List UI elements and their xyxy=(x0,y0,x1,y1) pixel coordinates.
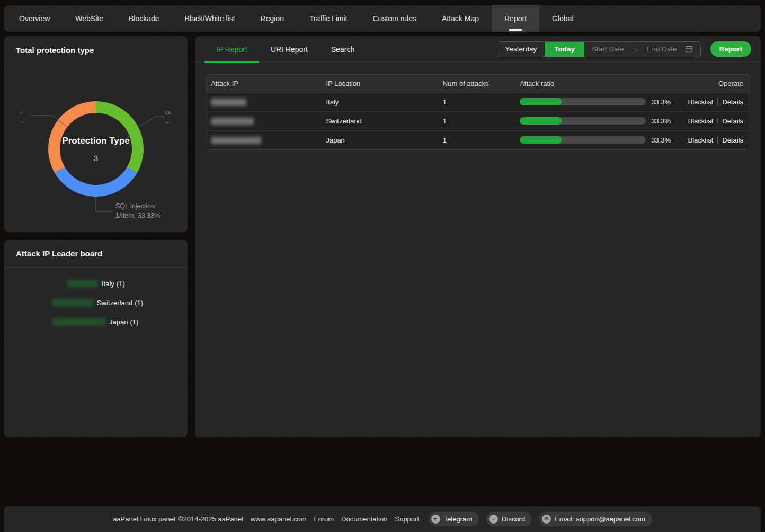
email-icon: ✉ xyxy=(542,515,551,524)
ratio-bar-track xyxy=(520,136,646,144)
start-date-placeholder[interactable]: Start Date xyxy=(592,45,624,53)
details-link[interactable]: Details xyxy=(722,117,743,125)
leaderboard-row-switzerland: Switzerland(1) xyxy=(52,298,143,307)
active-tab-indicator xyxy=(509,29,522,31)
leaderboard-country: Japan xyxy=(109,318,128,326)
footer-brand: aaPanel Linux panel xyxy=(113,515,175,523)
footer: aaPanel Linux panel ©2014-2025 aaPanel w… xyxy=(4,506,761,532)
telegram-button[interactable]: ➤ Telegram xyxy=(429,512,479,526)
nav-item-website[interactable]: WebSite xyxy=(63,5,116,32)
nav-item-blockade[interactable]: Blockade xyxy=(116,5,172,32)
tab-ip-report-label: IP Report xyxy=(216,45,247,54)
yesterday-button[interactable]: Yesterday xyxy=(497,42,545,57)
table-row: Italy 1 33.3% Blacklist xyxy=(206,92,750,111)
action-divider xyxy=(717,118,718,125)
attack-report-table: Attack IP IP Location Num of attacks Att… xyxy=(206,74,750,150)
ratio-value: 33.3% xyxy=(651,117,671,125)
leaderboard-count: (1) xyxy=(130,318,138,326)
footer-support-label: Support: xyxy=(395,515,421,523)
nav-item-overview[interactable]: Overview xyxy=(6,5,63,32)
ip-location-cell: Italy xyxy=(321,92,438,111)
table-header-row: Attack IP IP Location Num of attacks Att… xyxy=(206,75,750,92)
action-divider xyxy=(717,137,718,144)
date-range-group: Yesterday Today Start Date → End Date xyxy=(497,41,701,57)
tab-active-indicator xyxy=(204,61,259,63)
footer-site-link[interactable]: www.aapanel.com xyxy=(251,515,307,523)
range-arrow-icon: → xyxy=(632,45,639,53)
telegram-label: Telegram xyxy=(444,515,472,523)
col-ip-location: IP Location xyxy=(321,75,438,92)
col-attack-ratio: Attack ratio xyxy=(515,75,674,92)
date-range-picker[interactable]: Start Date → End Date xyxy=(584,45,700,53)
leaderboard-country: Switzerland xyxy=(97,299,132,307)
blurred-attack-ip xyxy=(211,118,254,125)
donut-label-left: ... ... xyxy=(19,107,24,125)
protection-card-title: Total protection type xyxy=(4,36,188,64)
col-num-attacks: Num of attacks xyxy=(438,75,515,92)
attack-ratio-cell: 33.3% xyxy=(520,117,674,125)
nav-item-report[interactable]: Report xyxy=(492,5,539,32)
leaderboard-count: (1) xyxy=(135,299,143,307)
nav-item-global[interactable]: Global xyxy=(539,5,586,32)
nav-item-black-white-list[interactable]: Black/White list xyxy=(172,5,248,32)
footer-copyright: ©2014-2025 aaPanel xyxy=(178,515,243,523)
col-operate: Operate xyxy=(674,75,750,92)
discord-icon: ⌣ xyxy=(489,515,498,524)
donut-center: Protection Type 3 xyxy=(60,113,132,185)
blurred-ip-bar xyxy=(67,280,98,288)
footer-forum-link[interactable]: Forum xyxy=(314,515,334,523)
discord-label: Discord xyxy=(502,515,525,523)
blacklist-link[interactable]: Blacklist xyxy=(688,98,714,106)
nav-item-report-label: Report xyxy=(504,14,527,23)
nav-item-traffic-limit[interactable]: Traffic Limit xyxy=(297,5,360,32)
col-attack-ip: Attack IP xyxy=(206,75,321,92)
ip-location-cell: Switzerland xyxy=(321,111,438,130)
donut-label-right-line2: ... xyxy=(165,117,171,126)
leaderboard-country: Italy xyxy=(102,280,114,288)
protection-type-donut-chart: Protection Type 3 xyxy=(48,101,144,197)
footer-documentation-link[interactable]: Documentation xyxy=(341,515,387,523)
blurred-ip-bar xyxy=(52,299,93,307)
report-button[interactable]: Report xyxy=(710,41,752,57)
leaderboard-count: (1) xyxy=(117,280,125,288)
donut-label-left-line1: ... xyxy=(19,107,24,116)
num-attacks-cell: 1 xyxy=(438,130,515,149)
details-link[interactable]: Details xyxy=(722,136,743,144)
report-panel: IP Report URI Report Search Yesterday To… xyxy=(195,36,761,437)
nav-item-attack-map[interactable]: Attack Map xyxy=(429,5,492,32)
nav-item-custom-rules[interactable]: Custom rules xyxy=(360,5,429,32)
end-date-placeholder[interactable]: End Date xyxy=(647,45,677,53)
blacklist-link[interactable]: Blacklist xyxy=(688,136,714,144)
attack-ratio-cell: 33.3% xyxy=(520,98,674,106)
email-button[interactable]: ✉ Email: support@aapanel.com xyxy=(539,512,652,526)
leaderboard-row-japan: Japan(1) xyxy=(52,317,138,326)
donut-label-sql-line2: 1/Item, 33.33% xyxy=(115,211,160,220)
ratio-bar-fill xyxy=(520,136,562,144)
blurred-attack-ip xyxy=(211,99,246,106)
today-button[interactable]: Today xyxy=(545,42,584,57)
table-row: Switzerland 1 33.3% Blacklist xyxy=(206,111,750,130)
blurred-attack-ip xyxy=(211,137,261,144)
ratio-bar-track xyxy=(520,117,646,125)
tab-search[interactable]: Search xyxy=(319,36,366,62)
blacklist-link[interactable]: Blacklist xyxy=(688,117,714,125)
ratio-bar-fill xyxy=(520,98,562,105)
date-controls: Yesterday Today Start Date → End Date Re… xyxy=(497,36,751,62)
calendar-icon[interactable] xyxy=(685,45,693,53)
nav-item-region[interactable]: Region xyxy=(248,5,297,32)
leaderboard-row-italy: Italy(1) xyxy=(67,279,125,288)
tab-uri-report[interactable]: URI Report xyxy=(259,36,319,62)
details-link[interactable]: Details xyxy=(722,98,743,106)
report-panel-header: IP Report URI Report Search Yesterday To… xyxy=(195,36,761,63)
donut-label-sql-line1: SQL injection xyxy=(115,201,160,211)
attack-ip-leaderboard-card: Attack IP Leader board Italy(1) Switzerl… xyxy=(4,240,188,437)
discord-button[interactable]: ⌣ Discord xyxy=(486,512,532,526)
donut-label-left-line2: ... xyxy=(19,116,24,125)
top-nav: Overview WebSite Blockade Black/White li… xyxy=(4,5,761,32)
num-attacks-cell: 1 xyxy=(438,92,515,111)
table-row: Japan 1 33.3% Blacklist xyxy=(206,130,750,149)
tab-ip-report[interactable]: IP Report xyxy=(204,36,259,62)
attack-ratio-cell: 33.3% xyxy=(520,136,674,144)
total-protection-type-card: Total protection type Protection Type 3 … xyxy=(4,36,188,232)
blurred-ip-bar xyxy=(52,318,105,326)
